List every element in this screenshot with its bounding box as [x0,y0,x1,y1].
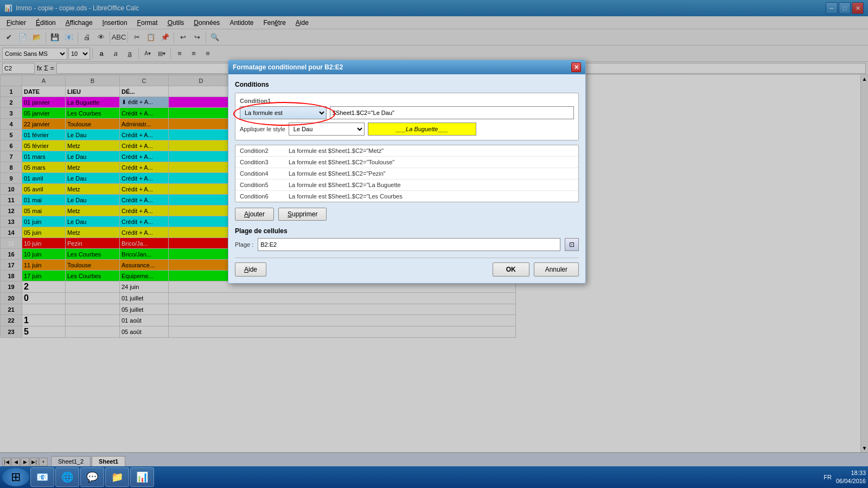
range-row: Plage : ⊡ [235,238,579,251]
ok-button[interactable]: OK [493,262,529,277]
condition1-style-row: Appliquer le style Le Dau ___La Buguette… [240,123,574,136]
list-item-condition6[interactable]: Condition6 La formule est $Sheet1.$C2="L… [235,191,578,202]
dialog-title: Formatage conditionnel pour B2:E2 [233,63,343,71]
range-label: Plage : [235,241,253,248]
cell-range-section: Plage de cellules Plage : ⊡ [235,227,579,251]
condition1-value-input[interactable] [330,106,574,119]
range-input[interactable] [258,238,560,251]
conditional-format-dialog: Formatage conditionnel pour B2:E2 ✕ Cond… [228,60,586,284]
condition1-row1: La formule est [240,106,574,119]
list-item-condition3[interactable]: Condition3 La formule est $Sheet1.$C2="T… [235,157,578,168]
taskbar-right: FR 18:33 06/04/2016 [824,469,866,486]
taskbar-lang: FR [824,474,832,480]
delete-condition-button[interactable]: Supprimer [278,208,327,221]
taskbar-clock: 18:33 06/04/2016 [836,469,866,486]
range-section-label: Plage de cellules [235,227,579,235]
range-picker-button[interactable]: ⊡ [565,238,579,251]
start-button[interactable]: ⊞ [2,468,29,486]
dialog-footer-buttons: Aide OK Annuler [235,258,579,277]
help-button[interactable]: Aide [235,262,266,277]
oval-highlight: La formule est [240,106,327,119]
taskbar: ⊞ 📧 🌐 💬 📁 📊 FR 18:33 06/04/2016 [0,466,868,488]
list-item-condition4[interactable]: Condition4 La formule est $Sheet1.$C2="P… [235,168,578,179]
condition1-style-dropdown[interactable]: Le Dau [289,123,365,136]
taskbar-app-skype[interactable]: 💬 [80,467,104,487]
taskbar-app-chrome[interactable]: 🌐 [55,467,79,487]
condition1-type-dropdown[interactable]: La formule est [240,106,327,119]
clock-date: 06/04/2016 [836,477,866,485]
clock-time: 18:33 [836,469,866,477]
list-item-condition2[interactable]: Condition2 La formule est $Sheet1.$C2="M… [235,145,578,157]
dialog-close-button[interactable]: ✕ [571,62,581,72]
conditions-list: Condition2 La formule est $Sheet1.$C2="M… [235,145,579,202]
condition1-style-preview: ___La Buguette___ [368,123,476,136]
conditions-section-label: Conditions [235,81,579,88]
taskbar-app-calc[interactable]: 📊 [130,467,154,487]
add-condition-button[interactable]: Ajouter [235,208,274,221]
dialog-body: Conditions Condition1 La formule est App… [228,74,585,283]
style-label: Appliquer le style [240,126,285,132]
condition1-title: Condition1 [240,98,574,104]
condition1-box: Condition1 La formule est Appliquer le s… [235,93,579,140]
cancel-button[interactable]: Annuler [534,262,579,277]
taskbar-app-files[interactable]: 📁 [105,467,129,487]
list-item-condition5[interactable]: Condition5 La formule est $Sheet1.$C2="L… [235,179,578,191]
dialog-titlebar: Formatage conditionnel pour B2:E2 ✕ [228,60,585,74]
taskbar-app-email[interactable]: 📧 [30,467,54,487]
add-delete-buttons: Ajouter Supprimer [235,208,579,221]
